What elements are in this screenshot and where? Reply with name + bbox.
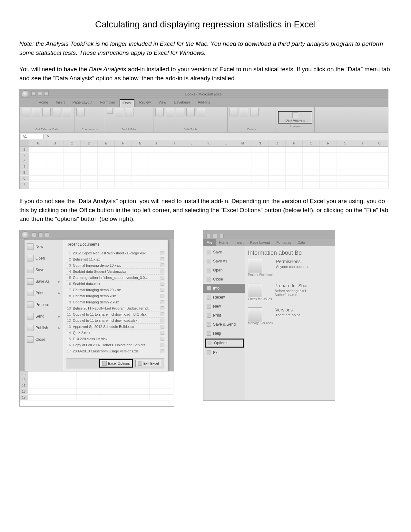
info-title: Information about Bo	[248, 250, 332, 256]
office-menu-item: Prepare	[24, 300, 63, 310]
versions-section: Manage Versions Versions There are no pr	[248, 307, 332, 325]
menu-item-icon	[207, 331, 211, 336]
pin-icon	[161, 300, 164, 304]
backstage-item-open: Open	[203, 266, 245, 275]
sheet-row: 2	[20, 153, 388, 158]
recent-document: 10Belize 2011 Faculty-Led Program Budget…	[66, 305, 164, 311]
office-menu-item: Close	[24, 334, 63, 345]
formula-bar: A1 fx	[20, 133, 388, 140]
menu-item-icon	[207, 259, 211, 263]
ribbon-tabs: File Home Insert Page Layout Formulas Da…	[203, 239, 335, 246]
col-header: C	[64, 140, 81, 146]
pin-icon	[161, 343, 164, 347]
tab-review: Review	[136, 99, 154, 107]
worksheet-below: 1516171819	[20, 371, 174, 406]
tab-insert: Insert	[53, 99, 68, 107]
row-header: 2	[20, 153, 29, 158]
recent-documents-header: Recent Documents	[66, 242, 164, 248]
tab-data: Data	[294, 239, 308, 246]
menu-item-icon	[27, 313, 34, 320]
menu-item-icon	[207, 295, 211, 300]
col-header: P	[286, 140, 303, 146]
recent-document: 172009-2010 Classroom Usage versions.xls	[66, 348, 164, 354]
col-header: S	[337, 140, 354, 146]
pin-icon	[161, 337, 164, 341]
sheet-row: 8	[20, 187, 388, 189]
office-menu-item: Send▸	[24, 311, 63, 321]
group-analysis: Data Analysis Analysis	[276, 107, 315, 132]
col-header: D	[81, 140, 98, 146]
pin-icon	[161, 257, 164, 261]
office-menu-item: Save As▸	[24, 276, 63, 287]
col-header: E	[98, 140, 115, 146]
office-menu-screenshot: NewOpenSaveSave As▸Print▸PrepareSend▸Pub…	[19, 230, 174, 407]
sheet-row: 1	[20, 147, 388, 153]
recent-document: 7Optimal foraging demo 20.xlsx	[66, 287, 164, 293]
menu-item-icon	[207, 313, 211, 318]
office-menu-item: Open	[24, 253, 63, 263]
ribbon-tabs: Home Insert Page Layout Formulas Data Re…	[20, 99, 388, 107]
quick-access-toolbar	[31, 91, 49, 96]
office-menu-commands: NewOpenSaveSave As▸Print▸PrepareSend▸Pub…	[24, 240, 63, 371]
row-header: 6	[20, 176, 29, 181]
menu-item-icon	[207, 304, 211, 309]
pin-icon	[161, 319, 164, 322]
tab-insert: Insert	[231, 239, 247, 246]
worksheet: ABCDEFGHIJKLMNOPQRSTU 12345678	[20, 140, 388, 189]
menu-item-icon	[208, 341, 212, 345]
page-title: Calculating and displaying regression st…	[19, 19, 392, 30]
col-header: A	[29, 140, 46, 146]
col-header: B	[46, 140, 64, 146]
pin-icon	[161, 294, 164, 298]
col-header: R	[320, 140, 337, 146]
tab-home: Home	[36, 99, 51, 107]
col-header: F	[115, 140, 132, 146]
row-header: 3	[20, 158, 29, 164]
menu-item-icon	[27, 325, 34, 331]
backstage-item-exit: Exit	[203, 348, 245, 357]
col-header: O	[269, 140, 286, 146]
sheet-row: 4	[20, 164, 388, 170]
excel-options-button: Excel Options	[99, 359, 133, 368]
tab-file: File	[203, 239, 216, 246]
menu-item-icon	[27, 278, 34, 285]
fx-icon: fx	[45, 134, 52, 138]
recent-document: 14Quiz 2.xlsx	[66, 330, 164, 336]
backstage-item-help: Help	[203, 329, 245, 338]
pin-icon	[161, 331, 164, 335]
options-icon	[102, 361, 107, 366]
pin-icon	[161, 349, 164, 353]
pin-icon	[161, 276, 164, 280]
office-menu-panel: NewOpenSaveSave As▸Print▸PrepareSend▸Pub…	[24, 239, 168, 371]
backstage-item-print: Print	[203, 311, 245, 320]
pin-icon	[161, 251, 164, 255]
group-data-tools: Data Tools	[153, 107, 228, 132]
excel-ribbon-screenshot: Book1 - Microsoft Excel Home Insert Page…	[19, 89, 388, 189]
sheet-row: 3	[20, 158, 388, 164]
recent-document: 12Copy of to 11 to share incl download.x…	[66, 318, 164, 324]
office-menu-item: Print▸	[24, 288, 63, 298]
backstage-main: Information about Bo Protect Workbook Pe…	[245, 246, 335, 400]
row-header: 7	[20, 182, 29, 187]
backstage-item-new: New	[203, 302, 245, 311]
menu-item-icon	[27, 290, 34, 296]
sheet-row: 6	[20, 176, 388, 182]
recent-document: 5Osmoregulation in fishes_student versio…	[66, 275, 164, 281]
tab-view: View	[156, 99, 169, 107]
recent-document: 12012 Capex Request Worksheet - Biology.…	[66, 250, 164, 256]
col-header: L	[217, 140, 234, 146]
file-tab-screenshot: File Home Insert Page Layout Formulas Da…	[203, 230, 335, 401]
sheet-row: 7	[20, 182, 388, 187]
manage-versions-icon	[248, 307, 262, 321]
recent-document: 16Copy of Fall 2007 Honors Juniors and S…	[66, 342, 164, 348]
tab-formulas: Formulas	[97, 99, 118, 107]
quick-access-toolbar	[32, 232, 49, 237]
data-analysis-button: Data Analysis	[278, 111, 312, 123]
recent-document: 15F10 220 class list.xlsx	[66, 336, 164, 342]
backstage-item-info: Info	[203, 284, 245, 293]
menu-item-icon	[27, 336, 34, 343]
backstage-item-close: Close	[203, 275, 245, 284]
menu-item-icon	[207, 277, 211, 281]
row-header: 1	[20, 147, 29, 152]
tab-home: Home	[216, 239, 231, 246]
